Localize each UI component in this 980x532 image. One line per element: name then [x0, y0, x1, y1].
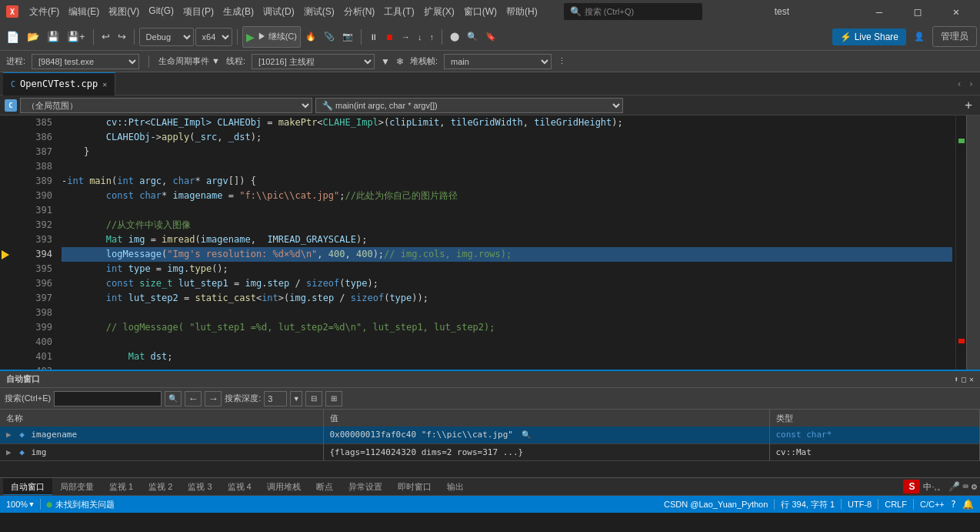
thread-label: 线程:	[226, 55, 245, 67]
margin-line-389	[0, 174, 20, 189]
table-row[interactable]: ▶ ◆ img {flags=1124024320 dims=2 rows=31…	[0, 443, 980, 460]
step-into-button[interactable]: ↓	[415, 26, 425, 48]
search-input[interactable]	[54, 391, 162, 407]
bottom-tab-watch4[interactable]: 监视 4	[220, 477, 259, 496]
help-icon[interactable]: ?	[951, 499, 956, 510]
stop-button[interactable]: ⏹	[382, 26, 397, 48]
new-file-button[interactable]: 📄	[3, 26, 22, 48]
add-member-icon[interactable]: +	[962, 98, 975, 112]
continue-button[interactable]: ▶ ▶ 继续(C)	[242, 26, 301, 48]
step-over-button[interactable]: →	[398, 26, 413, 48]
auto-window-controls: ⬆ □ ✕	[954, 375, 974, 383]
table-row[interactable]: ▶ ◆ imagename 0x00000013faf0c40 "f:\\pic…	[0, 427, 980, 443]
save-button[interactable]: 💾	[44, 26, 62, 48]
search-icon-button[interactable]: 🔍	[165, 391, 182, 407]
find-button[interactable]: 🔍	[464, 26, 481, 48]
bottom-tab-watch1[interactable]: 监视 1	[102, 477, 141, 496]
menu-git[interactable]: Git(G)	[144, 4, 178, 20]
menu-debug[interactable]: 调试(D)	[258, 4, 299, 20]
undo-button[interactable]: ↩	[98, 26, 113, 48]
menu-analyze[interactable]: 分析(N)	[339, 4, 380, 20]
auto-window-maximize-icon[interactable]: □	[962, 375, 966, 383]
code-line-398	[62, 306, 952, 320]
notification-icon[interactable]: 🔔	[962, 499, 974, 510]
status-separator-1	[40, 499, 41, 510]
pause-button[interactable]: ⏸	[366, 26, 381, 48]
restart-button[interactable]: 🔥	[302, 26, 319, 48]
code-editor[interactable]: cv::Ptr<CLAHE_Impl> CLAHEObj = makePtr<C…	[58, 115, 955, 370]
depth-input[interactable]	[264, 391, 287, 407]
line-num-392: 392	[20, 218, 52, 233]
scroll-left-icon[interactable]: ‹	[954, 79, 965, 89]
expand-all-button[interactable]: ⊞	[325, 391, 342, 407]
variable-table: 名称 值 类型 ▶ ◆ imagename 0x00000013faf0c40 …	[0, 410, 980, 461]
bottom-tab-locals[interactable]: 局部变量	[52, 477, 102, 496]
ime-icon-s[interactable]: S	[903, 480, 920, 494]
next-search-button[interactable]: →	[205, 391, 222, 407]
depth-combo-button[interactable]: ▼	[290, 391, 302, 407]
process-bar: 进程: [9848] test.exe 生命周期事件 ▼ 线程: [10216]…	[0, 51, 980, 72]
bottom-tab-breakpoints[interactable]: 断点	[308, 477, 341, 496]
maximize-button[interactable]: □	[900, 0, 935, 23]
profile-button[interactable]: 👤	[911, 26, 928, 48]
bookmark-button[interactable]: 🔖	[482, 26, 499, 48]
function-combo[interactable]: 🔧 main(int argc, char * argv[])	[315, 98, 623, 113]
ime-icon-keyboard[interactable]: ⌨	[963, 481, 968, 492]
menu-extensions[interactable]: 扩展(X)	[419, 4, 459, 20]
stack-combo[interactable]: main	[444, 54, 552, 69]
admin-button[interactable]: 管理员	[932, 26, 977, 47]
step-out-button[interactable]: ↑	[426, 26, 437, 48]
side-panel-btn-1[interactable]	[968, 119, 979, 129]
bottom-tab-output[interactable]: 输出	[439, 477, 472, 496]
minimize-button[interactable]: —	[862, 0, 897, 23]
redo-button[interactable]: ↪	[115, 26, 129, 48]
open-button[interactable]: 📂	[24, 26, 42, 48]
debug-config-combo[interactable]: Debug Release	[139, 28, 194, 46]
ime-icon-settings[interactable]: ⚙	[972, 481, 977, 492]
breakpoint-button[interactable]: ⬤	[447, 26, 462, 48]
lifecycle-button[interactable]: 生命周期事件 ▼	[158, 55, 220, 67]
live-share-button[interactable]: ⚡ Live Share	[832, 28, 906, 45]
menu-window[interactable]: 窗口(W)	[459, 4, 502, 20]
prev-search-button[interactable]: ←	[185, 391, 202, 407]
file-tab-opencvtest[interactable]: C OpenCVTest.cpp ✕	[3, 72, 115, 95]
var-value-search-icon[interactable]: 🔍	[522, 430, 531, 439]
bottom-tab-watch3[interactable]: 监视 3	[180, 477, 219, 496]
file-icon: C	[11, 80, 15, 89]
detach-button[interactable]: 📷	[339, 26, 356, 48]
thread-combo[interactable]: [10216] 主线程	[252, 54, 375, 69]
menu-project[interactable]: 项目(P)	[178, 4, 218, 20]
zoom-control[interactable]: 100% ▼	[6, 500, 34, 509]
menu-test[interactable]: 测试(S)	[299, 4, 339, 20]
bottom-tab-callstack[interactable]: 调用堆栈	[259, 477, 308, 496]
menu-help[interactable]: 帮助(H)	[502, 4, 542, 20]
menu-tools[interactable]: 工具(T)	[379, 4, 418, 20]
reevaluate-button[interactable]: ⊟	[305, 391, 322, 407]
bottom-tab-auto[interactable]: 自动窗口	[3, 477, 52, 496]
scope-combo[interactable]: （全局范围）	[20, 98, 312, 113]
tab-close-icon[interactable]: ✕	[102, 80, 107, 89]
expand-icon-img[interactable]: ▶	[6, 447, 12, 457]
auto-window-close-icon[interactable]: ✕	[969, 375, 974, 383]
scroll-right-icon[interactable]: ›	[965, 79, 977, 89]
line-num-393: 393	[20, 233, 52, 247]
expand-icon-imagename[interactable]: ▶	[6, 430, 12, 440]
menu-file[interactable]: 文件(F)	[25, 4, 64, 20]
close-button[interactable]: ✕	[938, 0, 974, 23]
menu-edit[interactable]: 编辑(E)	[64, 4, 104, 20]
auto-window-float-icon[interactable]: ⬆	[954, 375, 958, 383]
live-share-label: Live Share	[855, 32, 898, 42]
ime-icon-mic[interactable]: 🎤	[948, 481, 960, 492]
process-combo[interactable]: [9848] test.exe	[32, 54, 139, 69]
bottom-tab-immediate[interactable]: 即时窗口	[390, 477, 439, 496]
save-all-button[interactable]: 💾+	[64, 26, 88, 48]
menu-view[interactable]: 视图(V)	[104, 4, 144, 20]
code-line-390: const char* imagename = "f:\\pic\\cat.jp…	[62, 189, 952, 203]
menu-build[interactable]: 生成(B)	[218, 4, 258, 20]
margin-line-392	[0, 218, 20, 233]
bottom-tab-watch2[interactable]: 监视 2	[141, 477, 180, 496]
bottom-tab-exceptions[interactable]: 异常设置	[341, 477, 390, 496]
attach-button[interactable]: 📎	[321, 26, 338, 48]
platform-combo[interactable]: x64 x86	[195, 28, 232, 46]
scope-bar: C （全局范围） 🔧 main(int argc, char * argv[])…	[0, 95, 980, 115]
